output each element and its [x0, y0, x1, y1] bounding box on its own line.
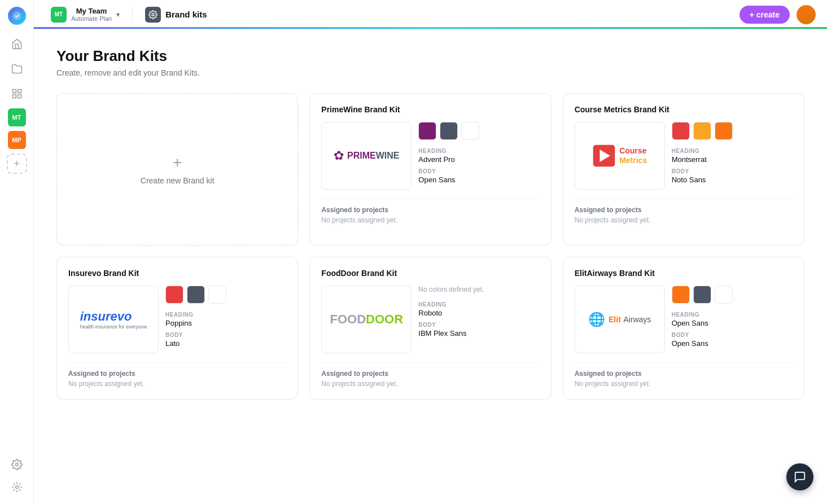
assigned-section: Assigned to projects No projects assigne… [321, 362, 539, 388]
brand-logo-box: 🌐 Elit Airways [575, 286, 665, 353]
sidebar: MT MP + [0, 0, 34, 504]
heading-font-section: HEADING Roboto [418, 301, 539, 317]
sidebar-folder-icon[interactable] [7, 59, 27, 79]
brand-kit-title: ElitAirways Brand Kit [575, 269, 793, 278]
page-title-topbar: Brand kits [165, 10, 207, 19]
body-label: BODY [165, 332, 286, 338]
sidebar-home-icon[interactable] [7, 34, 27, 54]
heading-font-section: HEADING Poppins [165, 312, 286, 327]
assigned-section: Assigned to projects No projects assigne… [575, 199, 793, 224]
heading-font-section: HEADING Advent Pro [418, 148, 539, 164]
assigned-label: Assigned to projects [321, 206, 539, 214]
insurevo-logo: insurevo health insurance for everyone [76, 305, 152, 334]
sidebar-settings-icon[interactable] [7, 454, 27, 475]
assigned-section: Assigned to projects No projects assigne… [575, 362, 793, 388]
topbar-divider [132, 7, 133, 23]
heading-label: HEADING [418, 148, 539, 154]
svg-point-0 [12, 12, 21, 20]
heading-font-name: Roboto [418, 309, 539, 317]
create-plus-icon: + [173, 154, 182, 172]
body-label: BODY [418, 322, 539, 328]
brand-kit-card-insurevo[interactable]: Insurevo Brand Kit insurevo health insur… [56, 257, 298, 400]
sidebar-grid-icon[interactable] [7, 84, 27, 104]
color-swatch-3 [715, 286, 733, 304]
brand-meta: HEADING Poppins BODY Lato [165, 286, 286, 352]
brand-kit-title: FoodDoor Brand Kit [321, 269, 539, 278]
brand-colors [672, 122, 793, 140]
app-logo[interactable] [8, 7, 26, 25]
main-content: Your Brand Kits Create, remove and edit … [34, 29, 827, 504]
color-swatch-3 [461, 122, 479, 140]
svg-point-5 [15, 463, 18, 466]
primewine-logo: ✿ PRIMEWINE [328, 143, 405, 169]
main-wrapper: MT My Team Automate Plan ▾ Brand kits + … [34, 0, 827, 504]
brand-logo-box: Course Metrics [575, 122, 665, 190]
brand-preview: FOODDOOR No colors defined yet. HEADING … [321, 286, 539, 353]
sidebar-team-mt[interactable]: MT [8, 108, 26, 126]
body-label: BODY [672, 168, 793, 174]
color-swatch-1 [672, 122, 690, 140]
brand-meta: HEADING Montserrat BODY Noto Sans [672, 122, 793, 189]
team-selector[interactable]: MT My Team Automate Plan ▾ [45, 5, 125, 25]
chevron-down-icon: ▾ [116, 11, 120, 19]
assigned-label: Assigned to projects [575, 206, 793, 214]
create-brand-kit-card[interactable]: + Create new Brand kit [56, 93, 298, 246]
brand-kit-card-fooddoor[interactable]: FoodDoor Brand Kit FOODDOOR No colors de… [309, 257, 551, 400]
user-avatar[interactable] [797, 5, 816, 24]
assigned-label: Assigned to projects [321, 370, 539, 378]
create-card-label: Create new Brand kit [141, 176, 215, 185]
page-heading: Your Brand Kits [56, 47, 804, 65]
brand-logo-box: ✿ PRIMEWINE [321, 122, 412, 190]
primewine-wordmark: PRIMEWINE [347, 151, 399, 161]
sidebar-add-button[interactable]: + [7, 154, 27, 174]
body-font-name: Lato [165, 339, 286, 348]
heading-label: HEADING [672, 312, 793, 318]
brand-kit-title: Insurevo Brand Kit [68, 269, 286, 278]
brand-kits-breadcrumb: Brand kits [139, 5, 212, 25]
topbar-right: + create [740, 5, 816, 24]
heading-font-name: Open Sans [672, 319, 793, 327]
heading-label: HEADING [418, 301, 539, 308]
create-button[interactable]: + create [740, 6, 790, 24]
cm-wordmark: Course Metrics [619, 146, 647, 165]
brand-kit-card-coursemetrics[interactable]: Course Metrics Brand Kit Course Metrics [563, 93, 804, 246]
insurevo-wordmark: insurevo [80, 309, 147, 324]
body-label: BODY [672, 332, 793, 338]
brand-meta: No colors defined yet. HEADING Roboto BO… [418, 286, 539, 342]
color-swatch-3 [715, 122, 733, 140]
body-font-section: BODY Noto Sans [672, 168, 793, 184]
sidebar-team-mp[interactable]: MP [8, 131, 26, 149]
body-font-section: BODY Open Sans [672, 332, 793, 348]
fooddoor-logo: FOODDOOR [325, 306, 409, 332]
body-font-name: IBM Plex Sans [418, 329, 539, 338]
svg-rect-2 [17, 90, 21, 93]
svg-rect-1 [12, 90, 16, 93]
body-font-name: Open Sans [418, 176, 539, 184]
body-font-name: Noto Sans [672, 176, 793, 184]
course-metrics-logo: Course Metrics [587, 138, 653, 173]
team-name: My Team [71, 7, 112, 15]
team-avatar: MT [51, 7, 67, 23]
color-swatch-1 [672, 286, 690, 304]
heading-font-name: Poppins [165, 319, 286, 327]
body-font-section: BODY IBM Plex Sans [418, 322, 539, 338]
assigned-value: No projects assigned yet. [321, 380, 539, 388]
brand-kit-card-elitairways[interactable]: ElitAirways Brand Kit 🌐 Elit Airways [563, 257, 804, 400]
assigned-section: Assigned to projects No projects assigne… [68, 362, 286, 388]
elit-wordmark: Elit Airways [609, 314, 651, 325]
brand-preview: ✿ PRIMEWINE HEADING [321, 122, 539, 190]
color-swatch-1 [165, 286, 183, 304]
heading-font-section: HEADING Open Sans [672, 312, 793, 327]
svg-rect-3 [12, 95, 16, 98]
sidebar-gear-icon[interactable] [7, 477, 27, 497]
brand-colors [165, 286, 286, 304]
heading-font-section: HEADING Montserrat [672, 148, 793, 164]
body-label: BODY [418, 168, 539, 174]
assigned-value: No projects assigned yet. [575, 380, 793, 388]
team-info: My Team Automate Plan [71, 7, 112, 22]
topbar: MT My Team Automate Plan ▾ Brand kits + … [34, 0, 827, 29]
chat-button[interactable] [786, 463, 813, 490]
brand-kit-card-primewine[interactable]: PrimeWine Brand Kit ✿ PRIMEWINE [309, 93, 551, 246]
heading-label: HEADING [672, 148, 793, 154]
elitairways-logo: 🌐 Elit Airways [583, 306, 657, 333]
